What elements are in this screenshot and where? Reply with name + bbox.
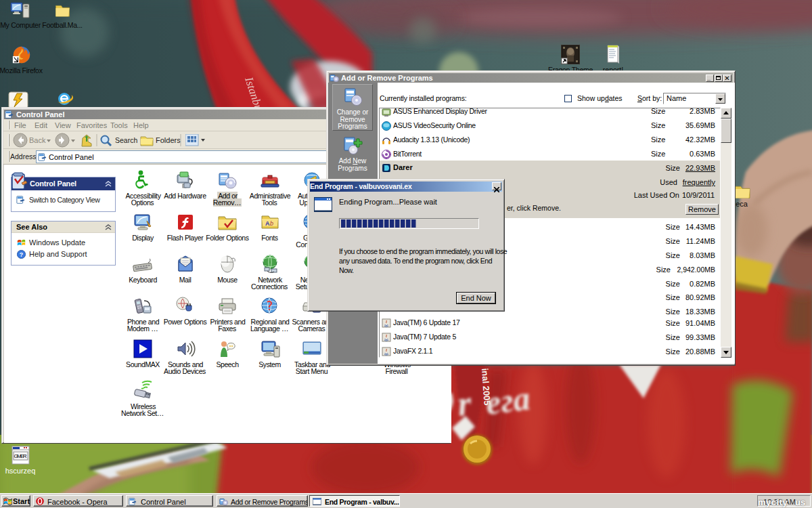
- svg-text:Back: Back: [29, 136, 46, 144]
- svg-text:ега: ега: [484, 379, 533, 422]
- svg-text:?: ?: [20, 251, 23, 258]
- svg-text:b: b: [270, 220, 273, 227]
- svg-text:A: A: [265, 220, 270, 227]
- svg-text:GMER: GMER: [14, 453, 27, 459]
- svg-text:Folders: Folders: [156, 136, 181, 144]
- svg-text:Search: Search: [115, 136, 137, 144]
